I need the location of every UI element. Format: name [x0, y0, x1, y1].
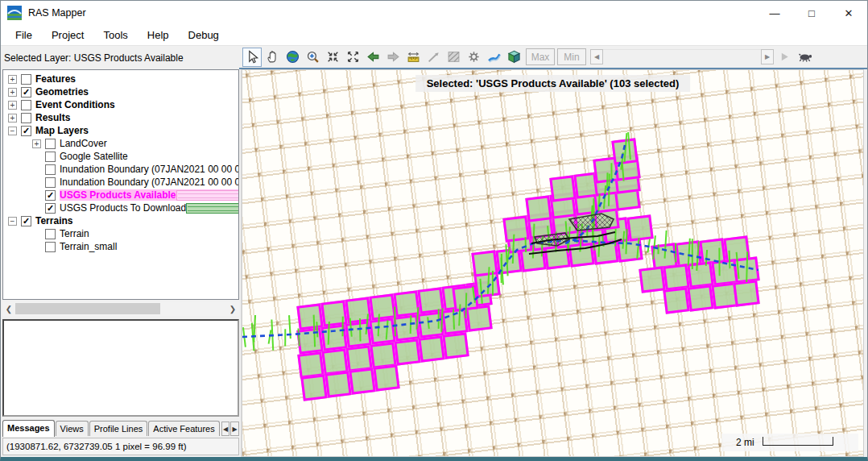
menu-help[interactable]: Help	[138, 26, 179, 44]
menu-file[interactable]: File	[6, 26, 42, 44]
tree-item-terrain[interactable]: Terrain	[3, 227, 238, 240]
layer-label: USGS Products Available	[60, 189, 176, 201]
animation-scrollbar[interactable]: ◀▶	[590, 49, 774, 64]
menu-tools[interactable]: Tools	[93, 26, 137, 44]
layer-label: Terrain_small	[60, 241, 117, 252]
layer-label: Geometries	[35, 86, 89, 98]
expand-icon[interactable]: +	[8, 101, 17, 110]
layer-checkbox[interactable]	[21, 100, 31, 110]
layer-label: Google Satellite	[60, 151, 128, 162]
profile-line-icon[interactable]	[424, 48, 443, 67]
expand-icon[interactable]: +	[8, 88, 17, 97]
layer-checkbox[interactable]: ✓	[45, 203, 56, 214]
maximize-button[interactable]: □	[793, 1, 830, 25]
menu-bar: FileProjectToolsHelpDebug	[1, 25, 867, 46]
anim-left-icon[interactable]: ◀	[590, 49, 603, 64]
turtle-icon[interactable]	[795, 48, 814, 67]
pan-hand-icon[interactable]	[262, 48, 282, 67]
hatch-region-icon[interactable]	[444, 48, 463, 67]
scrollbar-thumb[interactable]	[15, 303, 160, 314]
menu-project[interactable]: Project	[42, 26, 93, 44]
scroll-left-icon[interactable]: ❮	[2, 302, 15, 315]
settings-gear-icon[interactable]	[464, 48, 483, 67]
measure-ruler-icon[interactable]	[403, 48, 423, 67]
scale-bracket	[763, 437, 833, 446]
toolbar-row: Selected Layer: USGS Products Available …	[1, 46, 867, 69]
menu-debug[interactable]: Debug	[179, 26, 229, 44]
layer-checkbox[interactable]	[45, 177, 56, 188]
panel-tabs: MessagesViewsProfile LinesActive Feature…	[2, 417, 239, 436]
layer-checkbox[interactable]	[21, 74, 31, 85]
toolbar: MaxMin◀▶	[239, 46, 867, 69]
messages-list[interactable]	[2, 319, 239, 417]
expand-icon[interactable]: +	[32, 139, 41, 148]
min-button[interactable]: Min	[557, 48, 586, 65]
tree-item-terrain-small[interactable]: Terrain_small	[3, 240, 238, 253]
play-icon[interactable]	[775, 48, 794, 67]
tree-item-features[interactable]: +Features	[3, 73, 238, 85]
layer-checkbox[interactable]: ✓	[21, 216, 31, 226]
anim-track[interactable]	[603, 49, 761, 64]
map-canvas[interactable]: Selected: 'USGS Products Available' (103…	[242, 69, 864, 457]
layer-checkbox[interactable]: ✓	[21, 87, 31, 98]
layer-checkbox[interactable]	[45, 229, 56, 239]
collapse-icon[interactable]: −	[8, 127, 17, 135]
scroll-right-icon[interactable]: ❯	[226, 302, 239, 315]
layer-checkbox[interactable]: ✓	[21, 126, 31, 136]
anim-right-icon[interactable]: ▶	[761, 49, 774, 64]
tree-item-usgs-products-to-download[interactable]: ✓USGS Products To Download	[3, 201, 238, 214]
tab-active-features[interactable]: Active Features	[148, 421, 219, 436]
tree-item-usgs-products-available[interactable]: ✓USGS Products Available	[3, 189, 238, 201]
layer-checkbox[interactable]: ✓	[45, 190, 56, 201]
tree-row-body: USGS Products To Download	[60, 202, 238, 214]
max-button[interactable]: Max	[526, 48, 555, 65]
layer-label: Features	[35, 73, 76, 85]
collapse-icon[interactable]: −	[8, 217, 17, 226]
layer-checkbox[interactable]	[45, 242, 56, 252]
layer-checkbox[interactable]	[45, 152, 56, 162]
tab-views[interactable]: Views	[56, 421, 89, 436]
minimize-button[interactable]: —	[756, 1, 793, 25]
tree-row-body: Google Satellite	[60, 151, 238, 162]
tree-item-geometries[interactable]: +✓Geometries	[3, 85, 238, 98]
tab-scroll-left-icon[interactable]: ◀	[221, 422, 230, 436]
back-arrow-icon[interactable]	[363, 48, 382, 67]
forward-arrow-icon[interactable]	[383, 48, 403, 67]
zoom-in-icon[interactable]	[303, 48, 322, 67]
select-arrow-icon[interactable]	[242, 48, 262, 67]
tree-item-terrains[interactable]: −✓Terrains	[3, 214, 238, 227]
tree-item-google-satellite[interactable]: Google Satellite	[3, 150, 238, 163]
zoom-previous-collapse-icon[interactable]	[323, 48, 342, 67]
main-area: +Features+✓Geometries+Event Conditions+R…	[1, 69, 867, 457]
terrain-3d-cube-icon[interactable]	[504, 48, 523, 67]
scrollbar-track[interactable]	[15, 302, 226, 315]
zoom-extents-expand-icon[interactable]	[343, 48, 362, 67]
tree-item-landcover[interactable]: +LandCover	[3, 137, 238, 150]
globe-full-extent-icon[interactable]	[283, 48, 302, 67]
tree-horizontal-scrollbar[interactable]: ❮ ❯	[2, 301, 239, 316]
layer-panel: +Features+✓Geometries+Event Conditions+R…	[1, 69, 239, 457]
tree-row-body: LandCover	[60, 138, 238, 149]
tree-item-inundation-boundary-07jan2021-00[interactable]: Inundation Boundary (07JAN2021 00 00 00 …	[3, 176, 238, 189]
layer-checkbox[interactable]	[45, 139, 56, 149]
tree-item-results[interactable]: +Results	[3, 111, 238, 124]
tree-item-map-layers[interactable]: −✓Map Layers	[3, 124, 238, 137]
tab-profile-lines[interactable]: Profile Lines	[89, 421, 148, 436]
expand-icon[interactable]: +	[8, 75, 17, 84]
selection-banner: Selected: 'USGS Products Available' (103…	[415, 75, 691, 92]
layer-label: Results	[35, 112, 70, 123]
tree-item-inundation-boundary-07jan2021-00[interactable]: Inundation Boundary (07JAN2021 00 00 00 …	[3, 163, 238, 176]
tab-scroll-right-icon[interactable]: ▶	[230, 422, 239, 436]
expand-icon[interactable]: +	[8, 114, 17, 123]
layer-label: LandCover	[60, 138, 107, 149]
layer-checkbox[interactable]	[45, 164, 56, 175]
tree-row-body: Terrains	[35, 215, 238, 226]
layer-checkbox[interactable]	[21, 113, 31, 123]
tree-row-body: Inundation Boundary (07JAN2021 00 00 00 …	[60, 164, 238, 175]
water-surface-profile-icon[interactable]	[484, 48, 503, 67]
tab-messages[interactable]: Messages	[2, 420, 55, 437]
layer-label: Inundation Boundary (07JAN2021 00 00 00 …	[60, 177, 238, 188]
close-button[interactable]: ✕	[830, 1, 867, 25]
tree-item-event-conditions[interactable]: +Event Conditions	[3, 98, 238, 111]
tree-row-body: Terrain	[60, 228, 238, 239]
